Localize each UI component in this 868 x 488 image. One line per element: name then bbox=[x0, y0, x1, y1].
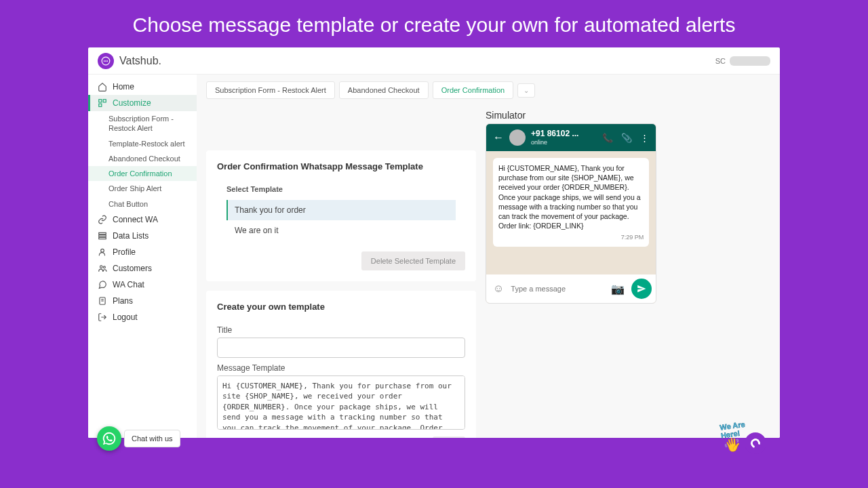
create-template-card: Create your own template Title Message T… bbox=[206, 291, 476, 438]
message-bubble: Hi {CUSTOMER_NAME}, Thank you for purcha… bbox=[493, 158, 649, 247]
add-button[interactable]: Add bbox=[433, 436, 465, 438]
select-template-card: Order Confirmation Whatsapp Message Temp… bbox=[206, 150, 476, 281]
template-item-thank-you[interactable]: Thank you for order bbox=[226, 200, 456, 220]
create-template-title: Create your own template bbox=[217, 302, 465, 312]
sidebar-item-home[interactable]: Home bbox=[88, 79, 197, 95]
svg-rect-6 bbox=[99, 104, 102, 106]
tab-order-confirmation[interactable]: Order Confirmation bbox=[433, 81, 514, 99]
sidebar-item-data-lists[interactable]: Data Lists bbox=[88, 228, 197, 244]
svg-rect-7 bbox=[99, 232, 106, 234]
sidebar-label-customize: Customize bbox=[113, 98, 151, 108]
link-icon bbox=[98, 215, 107, 224]
camera-icon[interactable]: 📷 bbox=[608, 283, 627, 296]
send-icon bbox=[637, 284, 646, 293]
sidebar-item-customize[interactable]: Customize bbox=[88, 95, 197, 111]
whatsapp-fab-icon[interactable] bbox=[97, 426, 121, 451]
delete-template-button[interactable]: Delete Selected Template bbox=[361, 251, 465, 270]
svg-point-2 bbox=[105, 60, 106, 62]
send-button[interactable] bbox=[631, 279, 652, 299]
sidebar-item-connect-wa[interactable]: Connect WA bbox=[88, 211, 197, 228]
svg-rect-9 bbox=[99, 237, 106, 239]
sidebar-item-plans[interactable]: Plans bbox=[88, 293, 197, 309]
sidebar-label-wachat: WA Chat bbox=[113, 280, 144, 289]
account-pill[interactable] bbox=[730, 56, 770, 66]
topbar: Vatshub. SC bbox=[88, 47, 780, 75]
message-input[interactable] bbox=[511, 285, 604, 293]
logout-icon bbox=[98, 312, 107, 322]
select-template-title: Order Confirmation Whatsapp Message Temp… bbox=[217, 161, 465, 171]
sidebar: Home Customize Subscription Form - Resto… bbox=[88, 75, 197, 438]
svg-rect-8 bbox=[99, 235, 106, 237]
simulator-panel: Simulator ← +91 86102 ... online 📞 📎 bbox=[486, 110, 656, 304]
sidebar-sub-order-confirmation[interactable]: Order Confirmation bbox=[88, 166, 197, 181]
sidebar-sub-template-restock[interactable]: Template-Restock alert bbox=[88, 136, 197, 151]
logo-icon bbox=[98, 53, 114, 69]
message-template-label: Message Template bbox=[217, 363, 465, 373]
sc-label: SC bbox=[715, 57, 726, 65]
contact-status: online bbox=[531, 139, 578, 146]
sidebar-item-wa-chat[interactable]: WA Chat bbox=[88, 277, 197, 293]
sidebar-label-plans: Plans bbox=[113, 296, 133, 306]
tabs: Subscription Form - Restock Alert Abando… bbox=[206, 81, 770, 99]
sidebar-label-connect: Connect WA bbox=[113, 215, 158, 224]
title-label: Title bbox=[217, 325, 465, 335]
message-text: Hi {CUSTOMER_NAME}, Thank you for purcha… bbox=[498, 164, 641, 230]
sidebar-sub-subscription[interactable]: Subscription Form - Restock Alert bbox=[88, 111, 197, 136]
message-template-textarea[interactable] bbox=[217, 375, 465, 430]
sidebar-sub-chat-button[interactable]: Chat Button bbox=[88, 197, 197, 211]
svg-point-11 bbox=[100, 266, 103, 268]
phone-icon[interactable]: 📞 bbox=[602, 133, 613, 143]
svg-point-10 bbox=[101, 249, 104, 252]
select-template-label: Select Template bbox=[226, 185, 465, 193]
sidebar-label-logout: Logout bbox=[113, 312, 138, 322]
svg-rect-5 bbox=[103, 100, 106, 102]
emoji-icon[interactable]: ☺ bbox=[490, 283, 507, 295]
sidebar-item-customers[interactable]: Customers bbox=[88, 260, 197, 277]
svg-point-1 bbox=[104, 60, 105, 62]
whatsapp-input-row: ☺ 📷 bbox=[486, 274, 656, 303]
attach-icon[interactable]: 📎 bbox=[621, 133, 632, 143]
sidebar-sub-order-ship[interactable]: Order Ship Alert bbox=[88, 181, 197, 196]
svg-rect-4 bbox=[99, 100, 102, 102]
template-item-we-are-on-it[interactable]: We are on it bbox=[226, 220, 456, 241]
logo[interactable]: Vatshub. bbox=[98, 53, 161, 69]
whatsapp-header: ← +91 86102 ... online 📞 📎 ⋮ bbox=[486, 124, 656, 151]
contact-name: +91 86102 ... bbox=[531, 129, 578, 138]
chat-widget-label[interactable]: Chat with us bbox=[124, 430, 180, 447]
page-title: Choose message template or create your o… bbox=[0, 0, 868, 47]
chat-icon bbox=[98, 280, 107, 289]
tab-abandoned[interactable]: Abandoned Checkout bbox=[339, 81, 429, 99]
message-time: 7:29 PM bbox=[498, 233, 644, 241]
menu-icon[interactable]: ⋮ bbox=[640, 133, 649, 143]
tab-more[interactable]: ⌄ bbox=[517, 83, 535, 98]
sidebar-label-profile: Profile bbox=[113, 247, 136, 257]
sidebar-label-datalists: Data Lists bbox=[113, 231, 149, 241]
title-input[interactable] bbox=[217, 338, 465, 358]
chat-widget[interactable]: Chat with us bbox=[97, 426, 180, 451]
main-content: Subscription Form - Restock Alert Abando… bbox=[197, 75, 780, 438]
back-icon[interactable]: ← bbox=[493, 131, 504, 144]
simulator-phone: ← +91 86102 ... online 📞 📎 ⋮ bbox=[486, 123, 656, 304]
users-icon bbox=[98, 264, 107, 273]
whatsapp-body: Hi {CUSTOMER_NAME}, Thank you for purcha… bbox=[486, 151, 656, 274]
help-widget[interactable]: We Are Here! 👋 bbox=[745, 432, 766, 454]
home-icon bbox=[98, 82, 107, 92]
sidebar-label-customers: Customers bbox=[113, 264, 152, 273]
user-icon bbox=[98, 247, 107, 257]
list-icon bbox=[98, 231, 107, 241]
customize-icon bbox=[98, 98, 107, 108]
brand-name: Vatshub. bbox=[119, 55, 161, 67]
sidebar-label-home: Home bbox=[113, 82, 134, 92]
tab-subscription[interactable]: Subscription Form - Restock Alert bbox=[206, 81, 335, 99]
svg-point-3 bbox=[106, 60, 108, 62]
sidebar-item-logout[interactable]: Logout bbox=[88, 309, 197, 325]
plans-icon bbox=[98, 296, 107, 306]
app-window: Vatshub. SC Home Customize Subscription … bbox=[88, 47, 780, 438]
simulator-label: Simulator bbox=[486, 110, 656, 121]
sidebar-item-profile[interactable]: Profile bbox=[88, 244, 197, 260]
sidebar-sub-abandoned[interactable]: Abandoned Checkout bbox=[88, 151, 197, 166]
avatar[interactable] bbox=[509, 129, 526, 146]
svg-point-12 bbox=[103, 266, 105, 268]
